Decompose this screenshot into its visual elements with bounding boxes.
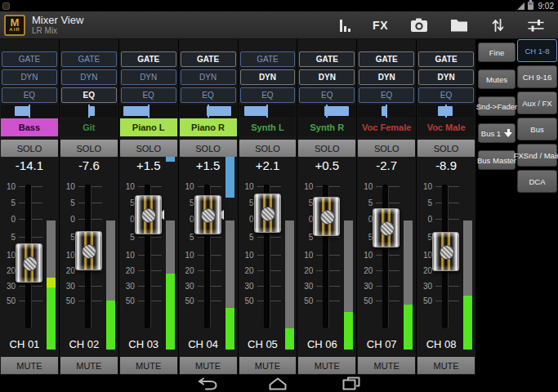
eq-button[interactable]: EQ (359, 87, 414, 103)
sidebar-button-label: Mutes (486, 75, 507, 84)
eq-button[interactable]: EQ (299, 87, 355, 103)
pan-slider[interactable] (298, 105, 355, 118)
fader-knob[interactable] (194, 195, 221, 234)
gate-button[interactable]: GATE (359, 51, 414, 67)
pan-slider[interactable] (180, 105, 237, 118)
eq-button[interactable]: EQ (418, 87, 474, 103)
pan-slider[interactable] (358, 105, 415, 118)
folder-icon[interactable] (450, 18, 468, 32)
solo-button[interactable]: SOLO (120, 140, 177, 157)
gate-button[interactable]: GATE (2, 51, 57, 67)
sidebar-button-ch-1-8[interactable]: CH 1-8 (517, 39, 557, 62)
sidebar-button-dca[interactable]: DCA (517, 170, 557, 193)
fader-scale-label: 10 (241, 182, 254, 191)
sidebar-button-mutes[interactable]: Mutes (478, 69, 516, 89)
up-down-arrows-icon[interactable] (490, 18, 505, 33)
gate-button[interactable]: GATE (181, 51, 236, 67)
sidebar-button-aux-fx[interactable]: Aux / FX (517, 91, 557, 114)
mute-button[interactable]: MUTE (120, 357, 177, 374)
solo-button[interactable]: SOLO (358, 140, 415, 157)
sidebar-button-fxsnd-main[interactable]: FXSnd / Main (517, 144, 557, 167)
fader-knob[interactable] (432, 232, 459, 271)
sidebar-button-bus-1[interactable]: Bus 1 (478, 123, 516, 143)
mute-button[interactable]: MUTE (417, 357, 475, 374)
sidebar-button-fine[interactable]: Fine (478, 42, 516, 62)
pan-slider[interactable] (239, 105, 297, 118)
home-button[interactable] (264, 376, 292, 391)
channel-name[interactable]: Synth L (239, 118, 297, 136)
mute-button[interactable]: MUTE (298, 357, 355, 374)
dyn-button[interactable]: DYN (359, 69, 414, 85)
solo-button[interactable]: SOLO (1, 140, 58, 157)
channel-name[interactable]: Piano L (120, 118, 177, 136)
fader-scale-label: 5 (241, 233, 254, 242)
channel-name[interactable]: Piano R (180, 118, 237, 136)
dyn-button[interactable]: DYN (299, 69, 355, 85)
meters-icon[interactable] (340, 19, 350, 32)
recents-button[interactable] (337, 376, 365, 391)
fader-knob[interactable] (254, 194, 281, 233)
gate-button[interactable]: GATE (61, 51, 117, 67)
channel-name[interactable]: Bass (1, 118, 58, 136)
fader-knob[interactable] (75, 231, 102, 270)
mute-button[interactable]: MUTE (60, 357, 118, 374)
fader-knob[interactable] (16, 243, 42, 283)
dyn-button[interactable]: DYN (418, 69, 474, 85)
pan-slider[interactable] (60, 105, 118, 118)
fader-knob[interactable] (373, 208, 400, 247)
dyn-button[interactable]: DYN (181, 69, 236, 85)
level-meter (106, 157, 115, 350)
pan-center-tick (386, 105, 387, 118)
dyn-button[interactable]: DYN (61, 69, 117, 85)
fx-button[interactable]: FX (373, 19, 388, 32)
fader-track[interactable] (382, 185, 388, 328)
gate-reduction-segment (166, 157, 175, 162)
sidebar-button-bus[interactable]: Bus (517, 118, 557, 140)
back-button[interactable] (194, 376, 221, 391)
solo-button[interactable]: SOLO (60, 140, 118, 157)
gate-button[interactable]: GATE (418, 51, 474, 67)
solo-button[interactable]: SOLO (417, 140, 475, 157)
dyn-button[interactable]: DYN (240, 69, 296, 85)
fader-scale-label: 10 (419, 182, 432, 191)
pan-position-bar (15, 106, 29, 116)
level-meter (463, 157, 472, 350)
mute-button[interactable]: MUTE (180, 357, 237, 374)
eq-button[interactable]: EQ (61, 87, 117, 103)
eq-button[interactable]: EQ (240, 87, 296, 103)
channel-name[interactable]: Voc Female (358, 118, 415, 136)
solo-button[interactable]: SOLO (298, 140, 355, 157)
meter-unlit-segment (47, 220, 56, 278)
eq-button[interactable]: EQ (181, 87, 236, 103)
sidebar-button-ch-9-16[interactable]: CH 9-16 (517, 65, 557, 88)
mute-button[interactable]: MUTE (358, 357, 415, 374)
eq-button[interactable]: EQ (2, 87, 57, 103)
solo-button[interactable]: SOLO (239, 140, 297, 157)
fader-scale-label: 5 (122, 233, 135, 242)
snapshot-camera-icon[interactable] (410, 18, 428, 33)
down-arrow-head (504, 132, 512, 137)
fader-knob[interactable] (135, 195, 162, 234)
settings-sliders-icon[interactable] (527, 18, 545, 33)
eq-button[interactable]: EQ (121, 87, 176, 103)
dyn-button[interactable]: DYN (2, 69, 57, 85)
pan-slider[interactable] (1, 105, 58, 118)
channel-name[interactable]: Synth R (298, 118, 355, 136)
mute-button[interactable]: MUTE (1, 357, 58, 374)
gate-button[interactable]: GATE (240, 51, 296, 67)
fader-scale-label: 50 (300, 296, 313, 305)
pan-slider[interactable] (417, 105, 475, 118)
dyn-button[interactable]: DYN (121, 69, 176, 85)
channel-name[interactable]: Git (60, 118, 118, 136)
pan-slider[interactable] (120, 105, 177, 118)
sidebar-button-bus-master[interactable]: Bus Master (478, 150, 516, 170)
gate-button[interactable]: GATE (121, 51, 176, 67)
sidebar-button-snd-fader[interactable]: Snd->Fader (478, 96, 516, 116)
channel-name[interactable]: Voc Male (417, 118, 475, 136)
mute-button[interactable]: MUTE (239, 357, 297, 374)
solo-button[interactable]: SOLO (180, 140, 237, 157)
app-logo[interactable]: M AIR (4, 15, 25, 36)
fader-scale-label: 10 (181, 182, 194, 191)
gate-button[interactable]: GATE (299, 51, 355, 67)
fader-knob[interactable] (313, 197, 340, 236)
